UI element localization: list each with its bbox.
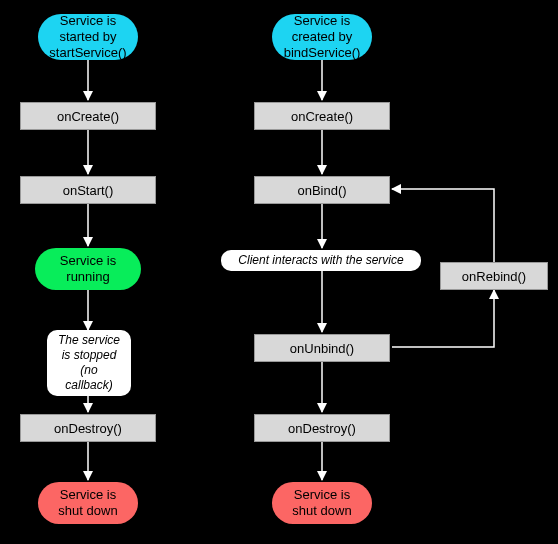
- left-shutdown-state: Service is shut down: [38, 482, 138, 524]
- text: Service is: [60, 13, 116, 28]
- label: onRebind(): [462, 269, 526, 284]
- text: Service is: [60, 487, 116, 502]
- text: The service: [58, 333, 120, 347]
- text: bindService(): [284, 45, 361, 60]
- right-onrebind-box: onRebind(): [440, 262, 548, 290]
- text: started by: [59, 29, 116, 44]
- left-oncreate-box: onCreate(): [20, 102, 156, 130]
- text: Service is: [294, 13, 350, 28]
- client-interacts-note: Client interacts with the service: [221, 250, 421, 271]
- label: onDestroy(): [288, 421, 356, 436]
- text: shut down: [292, 503, 351, 518]
- text: is stopped: [62, 348, 117, 362]
- left-ondestroy-box: onDestroy(): [20, 414, 156, 442]
- right-onbind-box: onBind(): [254, 176, 390, 204]
- start-bound-service: Service is created by bindService(): [272, 14, 372, 60]
- text: Client interacts with the service: [238, 253, 403, 268]
- text: running: [66, 269, 109, 284]
- text: Service is: [60, 253, 116, 268]
- text: shut down: [58, 503, 117, 518]
- label: onStart(): [63, 183, 114, 198]
- right-shutdown-state: Service is shut down: [272, 482, 372, 524]
- left-onstart-box: onStart(): [20, 176, 156, 204]
- text: Service is: [294, 487, 350, 502]
- label: onBind(): [297, 183, 346, 198]
- service-running-state: Service is running: [35, 248, 141, 290]
- label: onCreate(): [57, 109, 119, 124]
- label: onCreate(): [291, 109, 353, 124]
- start-started-service: Service is started by startService(): [38, 14, 138, 60]
- text: startService(): [49, 45, 126, 60]
- right-oncreate-box: onCreate(): [254, 102, 390, 130]
- text: (no callback): [65, 363, 112, 392]
- label: onUnbind(): [290, 341, 354, 356]
- label: onDestroy(): [54, 421, 122, 436]
- right-onunbind-box: onUnbind(): [254, 334, 390, 362]
- service-stopped-note: The service is stopped (no callback): [47, 330, 131, 396]
- right-ondestroy-box: onDestroy(): [254, 414, 390, 442]
- text: created by: [292, 29, 353, 44]
